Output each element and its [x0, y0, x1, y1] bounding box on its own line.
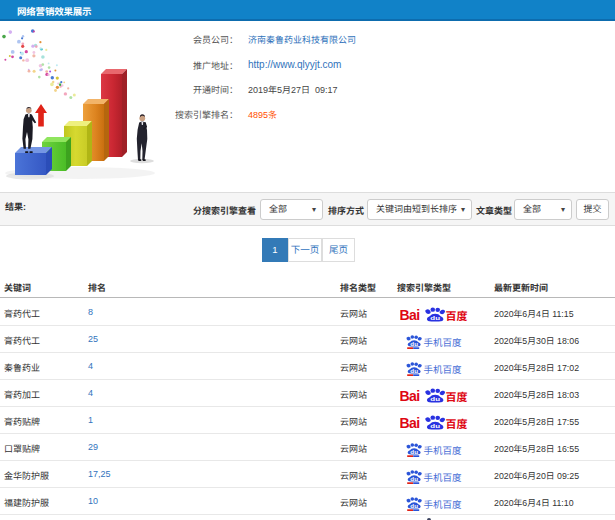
svg-text:du: du	[430, 396, 440, 402]
svg-text:du: du	[410, 449, 418, 454]
svg-text:手机百度: 手机百度	[424, 334, 463, 348]
svg-text:百度: 百度	[446, 307, 468, 322]
svg-text:手机百度: 手机百度	[424, 469, 463, 483]
svg-text:du: du	[410, 368, 418, 373]
svg-text:du: du	[410, 476, 418, 481]
svg-text:du: du	[430, 315, 440, 321]
svg-text:手机百度: 手机百度	[424, 496, 463, 510]
svg-text:du: du	[430, 423, 440, 429]
svg-text:百度: 百度	[446, 415, 468, 430]
svg-text:手机百度: 手机百度	[424, 361, 463, 375]
svg-text:du: du	[410, 341, 418, 346]
svg-text:Bai: Bai	[400, 415, 420, 430]
svg-text:du: du	[410, 503, 418, 508]
svg-text:手机百度: 手机百度	[424, 442, 463, 456]
svg-text:Bai: Bai	[400, 388, 420, 403]
svg-text:百度: 百度	[446, 388, 468, 403]
svg-text:Bai: Bai	[400, 307, 420, 322]
